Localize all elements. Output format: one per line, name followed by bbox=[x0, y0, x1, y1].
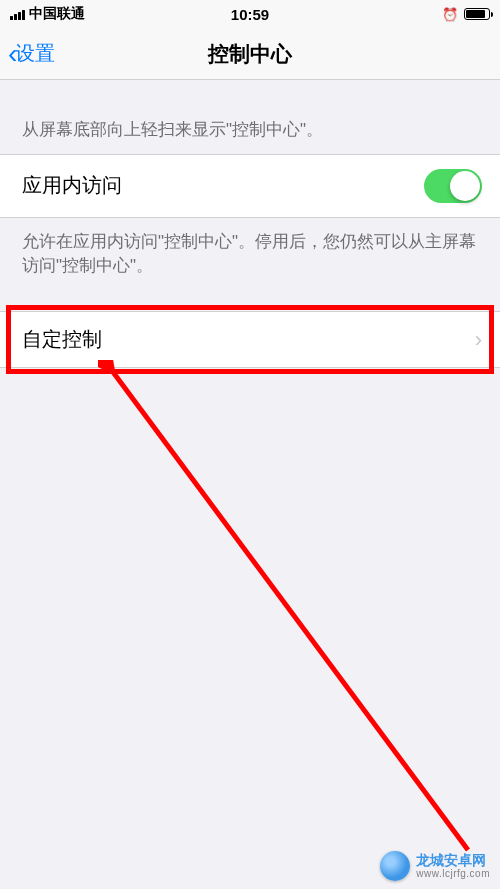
status-left: 中国联通 bbox=[10, 5, 85, 23]
watermark: 龙城安卓网 www.lcjrfg.com bbox=[380, 851, 490, 881]
customize-controls-cell[interactable]: 自定控制 › bbox=[0, 311, 500, 368]
watermark-logo-icon bbox=[380, 851, 410, 881]
status-right: ⏰ bbox=[442, 7, 490, 22]
back-label: 设置 bbox=[15, 40, 55, 67]
in-app-access-label: 应用内访问 bbox=[22, 172, 122, 199]
section-instruction: 从屏幕底部向上轻扫来显示"控制中心"。 bbox=[0, 80, 500, 154]
customize-controls-label: 自定控制 bbox=[22, 326, 102, 353]
watermark-name: 龙城安卓网 bbox=[416, 853, 486, 868]
annotation-arrow bbox=[98, 360, 478, 860]
in-app-access-footer: 允许在应用内访问"控制中心"。停用后，您仍然可以从主屏幕访问"控制中心"。 bbox=[0, 218, 500, 291]
signal-icon bbox=[10, 8, 25, 20]
svg-line-1 bbox=[110, 368, 468, 850]
status-bar: 中国联通 10:59 ⏰ bbox=[0, 0, 500, 28]
carrier-label: 中国联通 bbox=[29, 5, 85, 23]
status-time: 10:59 bbox=[231, 6, 269, 23]
battery-icon bbox=[464, 8, 490, 20]
navigation-bar: ‹ 设置 控制中心 bbox=[0, 28, 500, 80]
page-title: 控制中心 bbox=[208, 40, 292, 68]
chevron-right-icon: › bbox=[475, 327, 482, 353]
in-app-access-cell: 应用内访问 bbox=[0, 154, 500, 218]
watermark-url: www.lcjrfg.com bbox=[416, 868, 490, 879]
toggle-knob bbox=[450, 171, 480, 201]
back-button[interactable]: ‹ 设置 bbox=[0, 40, 55, 68]
alarm-icon: ⏰ bbox=[442, 7, 458, 22]
in-app-access-toggle[interactable] bbox=[424, 169, 482, 203]
